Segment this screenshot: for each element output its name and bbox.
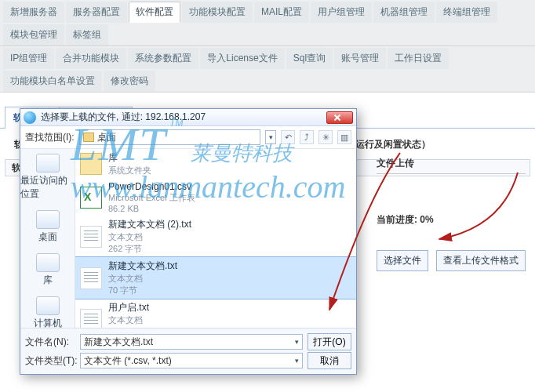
filename-value: 新建文本文档.txt xyxy=(84,336,153,349)
place-computer[interactable]: 计算机 xyxy=(34,296,62,328)
filetype-value: 文本文件 (*.csv, *.txt) xyxy=(84,354,172,368)
upload-progress: 当前进度: 0% xyxy=(377,213,526,227)
file-meta: 系统文件夹 xyxy=(108,165,151,176)
file-meta: Microsoft Excel 工作表 xyxy=(108,192,195,204)
file-open-dialog: 选择要上载的文件, 通过: 192.168.1.207 查找范围(I): 桌面 … xyxy=(20,108,357,375)
nav-tag-group[interactable]: 标签组 xyxy=(66,24,108,45)
filename-label: 文件名(N): xyxy=(25,336,75,349)
nav-add-server[interactable]: 新增服务器 xyxy=(3,2,64,23)
upload-panel: 文件上传 当前进度: 0% 选择文件 查看上传文件格式 xyxy=(377,157,526,271)
file-meta: 文本文档 xyxy=(108,273,177,285)
chevron-down-icon[interactable]: ▾ xyxy=(265,130,276,144)
file-list[interactable]: 库系统文件夹 PowerDesign01.csvMicrosoft Excel … xyxy=(75,149,356,328)
nav-sys-params[interactable]: 系统参数配置 xyxy=(128,48,198,69)
filename-input[interactable]: 新建文本文档.txt▾ xyxy=(80,334,303,350)
text-file-icon xyxy=(80,309,102,328)
file-meta: 文本文档 xyxy=(108,314,149,326)
file-meta: 86.2 KB xyxy=(108,204,195,213)
file-name: 库 xyxy=(108,151,151,165)
nav-package-mgmt[interactable]: 模块包管理 xyxy=(3,24,64,45)
folder-icon xyxy=(80,153,102,175)
nav-import-license[interactable]: 导入License文件 xyxy=(200,48,284,69)
place-recent[interactable]: 最近访问的位置 xyxy=(20,154,75,201)
look-in-row: 查找范围(I): 桌面 ▾ ↶ ⤴ ✳ ▥ xyxy=(20,126,356,149)
place-libraries-label: 库 xyxy=(43,274,53,287)
file-name: PowerDesign01.csv xyxy=(108,181,195,192)
nav-terminal-group[interactable]: 终端组管理 xyxy=(436,2,497,23)
place-libraries[interactable]: 库 xyxy=(36,253,60,287)
libraries-icon xyxy=(36,253,60,272)
open-button[interactable]: 打开(O) xyxy=(308,333,351,350)
select-file-button[interactable]: 选择文件 xyxy=(377,250,428,271)
list-item[interactable]: 库系统文件夹 xyxy=(75,149,356,179)
view-menu-icon[interactable]: ▥ xyxy=(337,130,351,144)
progress-value: 0% xyxy=(420,214,433,225)
folder-icon xyxy=(83,132,94,142)
nav-machine-group[interactable]: 机器组管理 xyxy=(373,2,435,23)
nav-mail-config[interactable]: MAIL配置 xyxy=(254,2,309,23)
places-bar: 最近访问的位置 桌面 库 计算机 网络 xyxy=(20,149,75,328)
nav-ip-group[interactable]: IP组管理 xyxy=(3,48,54,69)
file-name: 新建文本文档 (2).txt xyxy=(108,218,191,231)
excel-icon xyxy=(80,187,102,209)
cancel-button[interactable]: 取消 xyxy=(308,352,351,369)
place-desktop[interactable]: 桌面 xyxy=(36,210,60,244)
nav-module-config[interactable]: 功能模块配置 xyxy=(182,2,253,23)
nav-whitelist[interactable]: 功能模块白名单设置 xyxy=(3,71,102,92)
dialog-titlebar[interactable]: 选择要上载的文件, 通过: 192.168.1.207 xyxy=(20,109,356,126)
chevron-down-icon[interactable]: ▾ xyxy=(295,357,299,365)
file-meta: 70 字节 xyxy=(108,285,177,296)
dialog-title: 选择要上载的文件, 通过: 192.168.1.207 xyxy=(41,111,326,124)
file-meta: 文本文档 xyxy=(108,231,191,243)
new-folder-icon[interactable]: ✳ xyxy=(318,130,333,144)
list-item[interactable]: 新建文本文档 (2).txt文本文档262 字节 xyxy=(75,216,356,257)
top-nav-row-1: 新增服务器 服务器配置 软件配置 功能模块配置 MAIL配置 用户组管理 机器组… xyxy=(0,0,535,46)
recent-icon xyxy=(36,154,60,172)
nav-software-config[interactable]: 软件配置 xyxy=(129,2,180,23)
filetype-select[interactable]: 文本文件 (*.csv, *.txt)▾ xyxy=(80,353,303,368)
file-meta: 262 字节 xyxy=(108,243,191,255)
place-recent-label: 最近访问的位置 xyxy=(20,174,75,201)
computer-icon xyxy=(36,296,60,315)
text-file-icon xyxy=(80,226,102,248)
list-item[interactable]: 新建文本文档.txt文本文档70 字节 xyxy=(75,257,356,299)
top-nav-row-2: IP组管理 合并功能模块 系统参数配置 导入License文件 Sql查询 账号… xyxy=(0,46,535,93)
nav-merge-module[interactable]: 合并功能模块 xyxy=(56,48,126,69)
upload-title: 文件上传 xyxy=(377,157,526,174)
place-desktop-label: 桌面 xyxy=(38,230,57,244)
list-item[interactable]: 用户启.txt文本文档393 字节 xyxy=(75,299,356,328)
up-folder-icon[interactable]: ⤴ xyxy=(300,130,314,144)
close-icon[interactable] xyxy=(326,111,353,124)
nav-account-mgmt[interactable]: 账号管理 xyxy=(334,48,386,69)
nav-change-pwd[interactable]: 修改密码 xyxy=(104,71,155,92)
back-icon[interactable]: ↶ xyxy=(281,130,295,144)
nav-user-group[interactable]: 用户组管理 xyxy=(311,2,372,23)
nav-sql-query[interactable]: Sql查询 xyxy=(286,48,333,69)
progress-label: 当前进度: xyxy=(377,214,417,225)
list-item[interactable]: PowerDesign01.csvMicrosoft Excel 工作表86.2… xyxy=(75,179,356,216)
view-format-button[interactable]: 查看上传文件格式 xyxy=(436,250,526,271)
place-computer-label: 计算机 xyxy=(34,317,62,328)
nav-workday[interactable]: 工作日设置 xyxy=(388,48,449,69)
chevron-down-icon[interactable]: ▾ xyxy=(295,338,299,346)
file-name: 用户启.txt xyxy=(108,301,149,314)
look-in-combo[interactable]: 桌面 xyxy=(79,129,260,145)
text-file-icon xyxy=(80,267,102,289)
desktop-icon xyxy=(36,210,60,229)
look-in-value: 桌面 xyxy=(97,131,116,144)
file-name: 新建文本文档.txt xyxy=(108,260,177,273)
filename-area: 文件名(N): 新建文本文档.txt▾ 打开(O) 文件类型(T): 文本文件 … xyxy=(20,328,356,374)
globe-icon xyxy=(24,111,36,124)
filetype-label: 文件类型(T): xyxy=(25,354,75,368)
look-in-label: 查找范围(I): xyxy=(25,131,75,144)
nav-server-config[interactable]: 服务器配置 xyxy=(66,2,127,23)
